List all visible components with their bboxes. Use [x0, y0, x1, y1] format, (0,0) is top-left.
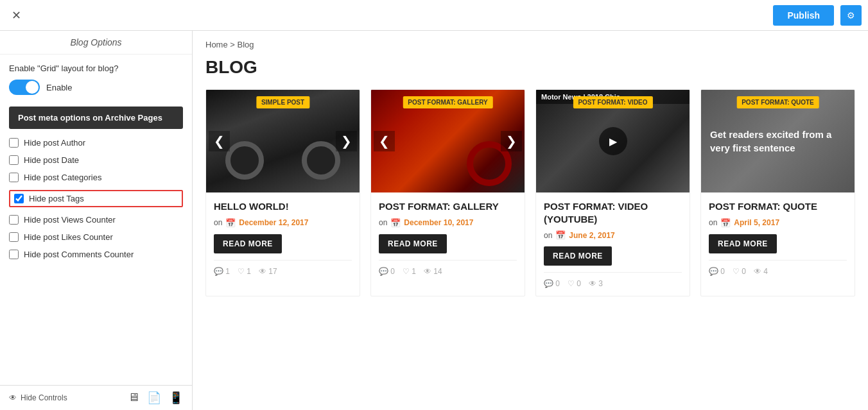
checkbox-row-3: Hide post Tags	[9, 190, 183, 207]
checkbox-row-6: Hide post Comments Counter	[9, 250, 183, 259]
calendar-icon-2: 📅	[555, 230, 566, 240]
like-count-2: ♡ 0	[568, 279, 581, 288]
post-badge-1: POST FORMAT: GALLERY	[403, 96, 492, 108]
post-body-1: POST FORMAT: GALLERYon 📅 December 10, 20…	[371, 192, 525, 296]
checkbox-label-0: Hide post Author	[24, 138, 85, 148]
post-meta-section-button[interactable]: Post meta options on Archive Pages	[9, 107, 183, 129]
post-date-row-3: on 📅 April 5, 2017	[709, 218, 847, 228]
eye-icon: 👁	[9, 393, 17, 402]
checkbox-row-1: Hide post Date	[9, 155, 183, 165]
post-body-2: POST FORMAT: VIDEO (YOUTUBE)on 📅 June 2,…	[536, 192, 690, 296]
tablet-icon[interactable]: 📄	[147, 391, 161, 405]
checkbox-list: Hide post AuthorHide post DateHide post …	[9, 138, 183, 259]
comment-count-0: 💬 1	[214, 267, 230, 276]
checkbox-4[interactable]	[9, 215, 19, 225]
post-card-0: ❮❯SIMPLE POSTHELLO WORLD!on 📅 December 1…	[205, 89, 360, 296]
view-count-2: 👁 3	[589, 279, 603, 288]
main-layout: Blog Options Enable "Grid" layout for bl…	[0, 31, 868, 410]
post-badge-2: POST FORMAT: VIDEO	[573, 96, 652, 108]
preview-area: Home > Blog BLOG ❮❯SIMPLE POSTHELLO WORL…	[193, 31, 868, 410]
desktop-icon[interactable]: 🖥	[128, 391, 139, 405]
posts-grid: ❮❯SIMPLE POSTHELLO WORLD!on 📅 December 1…	[205, 89, 855, 296]
post-date-2: June 2, 2017	[569, 231, 614, 240]
post-date-0: December 12, 2017	[239, 218, 308, 227]
post-title-2: POST FORMAT: VIDEO (YOUTUBE)	[544, 200, 682, 225]
calendar-icon-1: 📅	[390, 218, 401, 228]
post-date-3: April 5, 2017	[734, 218, 779, 227]
prev-arrow-1[interactable]: ❮	[374, 131, 395, 151]
checkbox-row-5: Hide post Likes Counter	[9, 232, 183, 242]
read-more-button-2[interactable]: READ MORE	[544, 246, 612, 266]
post-card-3: Get readers excited from a very first se…	[700, 89, 855, 296]
post-card-2: Motor News | 2018 Chic...▶POST FORMAT: V…	[535, 89, 690, 296]
post-thumb-1: ❮❯POST FORMAT: GALLERY	[371, 90, 525, 192]
checkbox-0[interactable]	[9, 138, 19, 148]
top-bar: ✕ Publish ⚙	[0, 0, 868, 31]
view-count-3: 👁 4	[754, 267, 768, 276]
read-more-button-0[interactable]: READ MORE	[214, 234, 282, 253]
next-arrow-1[interactable]: ❯	[501, 131, 522, 151]
post-card-1: ❮❯POST FORMAT: GALLERYPOST FORMAT: GALLE…	[370, 89, 525, 296]
post-thumb-2: Motor News | 2018 Chic...▶POST FORMAT: V…	[536, 90, 690, 192]
post-title-0: HELLO WORLD!	[214, 200, 352, 213]
view-count-1: 👁 14	[424, 267, 442, 276]
play-button-2[interactable]: ▶	[599, 127, 627, 155]
sidebar-footer: 👁 Hide Controls 🖥 📄 📱	[0, 385, 192, 410]
post-date-row-1: on 📅 December 10, 2017	[379, 218, 517, 228]
device-icons: 🖥 📄 📱	[128, 391, 183, 405]
post-badge-3: POST FORMAT: QUOTE	[736, 96, 819, 108]
post-body-0: HELLO WORLD!on 📅 December 12, 2017READ M…	[206, 192, 360, 296]
checkbox-row-0: Hide post Author	[9, 138, 183, 148]
post-badge-0: SIMPLE POST	[256, 96, 309, 108]
comment-count-2: 💬 0	[544, 279, 560, 288]
toggle-label-text: Enable	[46, 83, 72, 92]
prev-arrow-0[interactable]: ❮	[209, 131, 230, 151]
sidebar-body: Enable "Grid" layout for blog? Enable Po…	[0, 55, 192, 385]
like-count-0: ♡ 1	[238, 267, 251, 276]
post-meta-row-0: 💬 1 ♡ 1 👁 17	[214, 260, 352, 276]
calendar-icon-3: 📅	[720, 218, 731, 228]
checkbox-label-4: Hide post Views Counter	[24, 215, 116, 225]
checkbox-5[interactable]	[9, 232, 19, 242]
post-body-3: POST FORMAT: QUOTEon 📅 April 5, 2017READ…	[701, 192, 855, 296]
blog-title: BLOG	[205, 57, 855, 78]
quote-text-3: Get readers excited from a very first se…	[710, 128, 846, 155]
read-more-button-3[interactable]: READ MORE	[709, 234, 777, 253]
enable-toggle[interactable]	[9, 80, 40, 95]
post-title-1: POST FORMAT: GALLERY	[379, 200, 517, 213]
post-date-1: December 10, 2017	[404, 218, 473, 227]
checkbox-label-2: Hide post Categories	[24, 173, 101, 182]
checkbox-row-4: Hide post Views Counter	[9, 215, 183, 225]
enable-toggle-row: Enable	[9, 80, 183, 95]
settings-button[interactable]: ⚙	[840, 5, 862, 26]
checkbox-label-1: Hide post Date	[24, 155, 79, 165]
checkbox-6[interactable]	[9, 250, 19, 259]
checkbox-1[interactable]	[9, 155, 19, 165]
post-meta-row-1: 💬 0 ♡ 1 👁 14	[379, 260, 517, 276]
sidebar: Blog Options Enable "Grid" layout for bl…	[0, 31, 193, 410]
next-arrow-0[interactable]: ❯	[336, 131, 357, 151]
checkbox-row-2: Hide post Categories	[9, 173, 183, 182]
post-date-row-0: on 📅 December 12, 2017	[214, 218, 352, 228]
view-count-0: 👁 17	[259, 267, 277, 276]
sidebar-header: Blog Options	[0, 31, 192, 55]
like-count-1: ♡ 1	[403, 267, 416, 276]
publish-button[interactable]: Publish	[773, 5, 834, 26]
calendar-icon-0: 📅	[225, 218, 236, 228]
read-more-button-1[interactable]: READ MORE	[379, 234, 447, 253]
post-thumb-0: ❮❯SIMPLE POST	[206, 90, 360, 192]
breadcrumb: Home > Blog	[205, 40, 855, 49]
checkbox-label-6: Hide post Comments Counter	[24, 250, 134, 259]
hide-controls-label: 👁 Hide Controls	[9, 393, 67, 402]
post-title-3: POST FORMAT: QUOTE	[709, 200, 847, 213]
comment-count-1: 💬 0	[379, 267, 395, 276]
checkbox-label-3: Hide post Tags	[29, 194, 84, 203]
comment-count-3: 💬 0	[709, 267, 725, 276]
grid-layout-label: Enable "Grid" layout for blog?	[9, 64, 183, 73]
checkbox-label-5: Hide post Likes Counter	[24, 232, 113, 242]
checkbox-2[interactable]	[9, 173, 19, 182]
like-count-3: ♡ 0	[733, 267, 746, 276]
checkbox-3[interactable]	[14, 194, 24, 203]
mobile-icon[interactable]: 📱	[169, 391, 183, 405]
close-button[interactable]: ✕	[6, 6, 26, 25]
